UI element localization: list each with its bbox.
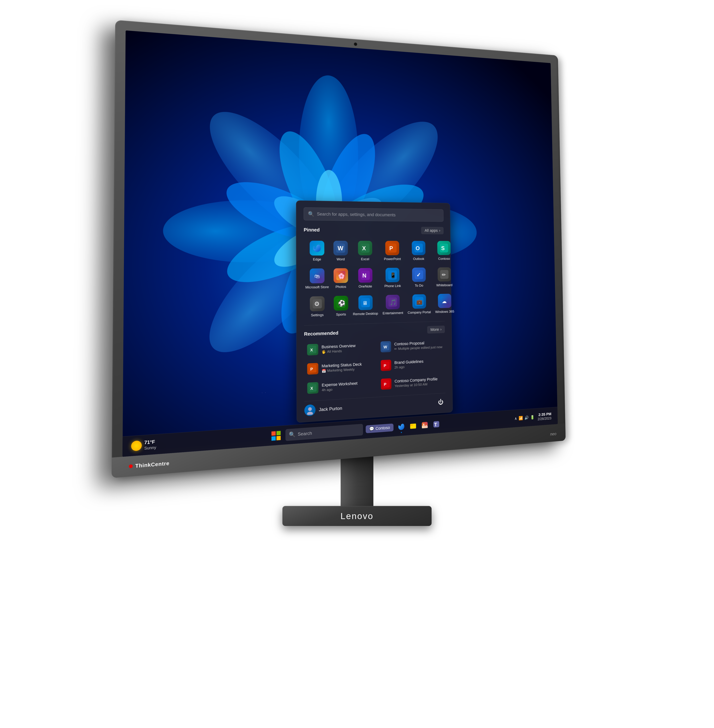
pinned-app-onenote[interactable]: N OneNote xyxy=(351,265,380,291)
svg-text:T: T xyxy=(434,422,437,427)
start-search-bar[interactable]: 🔍 Search for apps, settings, and documen… xyxy=(303,207,443,222)
rec-item-business-overview[interactable]: X Business Overview 🖐 All Hands xyxy=(304,339,375,358)
pinned-app-remotedesktop[interactable]: 🖥 Remote Desktop xyxy=(351,293,380,319)
pinned-app-entertainment[interactable]: 🎵 Entertainment xyxy=(381,292,405,318)
weather-widget[interactable]: 71°F Sunny xyxy=(131,438,156,452)
volume-icon[interactable]: 🔊 xyxy=(524,415,529,420)
user-avatar xyxy=(304,404,315,416)
chevron-up-icon[interactable]: ∧ xyxy=(514,416,517,421)
word-icon: W xyxy=(333,241,348,255)
rec-excel-icon-2: X xyxy=(307,382,318,394)
pinned-app-companyportal[interactable]: 💼 Company Portal xyxy=(406,291,432,317)
svg-text:🎵: 🎵 xyxy=(390,299,397,306)
calendar-icon: 📅 xyxy=(322,369,326,373)
svg-text:🌸: 🌸 xyxy=(338,273,345,279)
pinned-app-contoso[interactable]: S Contoso xyxy=(433,239,455,263)
pinned-app-excel[interactable]: X Excel xyxy=(351,238,379,264)
pinned-app-phonelink[interactable]: 📱 Phone Link xyxy=(381,265,404,291)
svg-text:⚽: ⚽ xyxy=(338,300,345,307)
recommended-title: Recommended xyxy=(304,330,339,337)
teams-chat-pill[interactable]: 💬 Contoso xyxy=(366,423,394,433)
pinned-app-todo[interactable]: ✓ To Do xyxy=(406,265,432,290)
taskbar-files[interactable] xyxy=(408,420,418,432)
svg-text:✓: ✓ xyxy=(416,272,421,278)
contoso-icon: S xyxy=(437,241,451,255)
pinned-app-sports[interactable]: ⚽ Sports xyxy=(332,293,350,319)
svg-text:X: X xyxy=(310,386,313,391)
battery-icon: 🔋 xyxy=(530,415,535,420)
rec-item-brand[interactable]: P Brand Guidelines 2h ago xyxy=(378,355,446,374)
pinned-app-photos[interactable]: 🌸 Photos xyxy=(332,266,350,291)
all-apps-button[interactable]: All apps › xyxy=(421,227,444,234)
word-label: Word xyxy=(337,257,345,261)
powerpoint-icon: P xyxy=(386,241,399,255)
edge-label: Edge xyxy=(313,257,321,261)
sports-icon: ⚽ xyxy=(334,296,348,311)
system-clock[interactable]: 2:35 PM 2/28/2023 xyxy=(537,412,552,421)
onenote-label: OneNote xyxy=(358,284,372,288)
weather-condition: Sunny xyxy=(144,445,156,451)
taskbar-teams[interactable]: T xyxy=(431,419,442,430)
more-label: More xyxy=(430,327,439,332)
wallpaper: 🔍 Search for apps, settings, and documen… xyxy=(123,30,558,457)
pinned-app-settings[interactable]: ⚙ Settings xyxy=(304,293,330,320)
pinned-apps-grid: Edge W Word X xyxy=(304,238,445,320)
taskbar-edge[interactable] xyxy=(396,421,406,432)
windows-start-button[interactable] xyxy=(270,429,283,443)
recommended-grid: X Business Overview 🖐 All Hands xyxy=(304,336,446,397)
remotedesktop-icon: 🖥 xyxy=(358,295,373,310)
pinned-app-powerpoint[interactable]: P PowerPoint xyxy=(381,238,404,264)
svg-text:W: W xyxy=(338,245,344,252)
taskbar-photos[interactable] xyxy=(420,419,430,431)
stand-base-wrapper: Lenovo xyxy=(282,506,432,526)
chevron-right-icon-2: › xyxy=(440,327,441,332)
search-icon: 🔍 xyxy=(308,211,314,217)
more-button[interactable]: More › xyxy=(427,326,445,333)
pinned-app-word[interactable]: W Word xyxy=(332,238,350,264)
rec-info-contoso-profile: Contoso Company Profile Yesterday at 10:… xyxy=(394,376,443,388)
svg-text:W: W xyxy=(384,345,387,350)
rec-excel-icon: X xyxy=(307,344,318,356)
settings-label: Settings xyxy=(311,313,324,317)
camera xyxy=(354,42,357,46)
pinned-app-msstore[interactable]: 🛍 Microsoft Store xyxy=(304,266,330,292)
remotedesktop-label: Remote Desktop xyxy=(353,311,378,316)
rec-item-contoso-proposal[interactable]: W Contoso Proposal ✏ Multiple people edi… xyxy=(378,336,445,355)
svg-rect-76 xyxy=(272,436,276,441)
rec-item-marketing[interactable]: P Marketing Status Deck 📅 Marketing Week… xyxy=(304,358,375,377)
user-profile[interactable]: Jack Purton xyxy=(304,402,342,416)
pinned-app-windows365[interactable]: ☁ Windows 365 xyxy=(434,291,456,317)
pinned-app-edge[interactable]: Edge xyxy=(304,238,330,264)
screen-area: 🔍 Search for apps, settings, and documen… xyxy=(123,30,558,457)
svg-text:✏: ✏ xyxy=(442,272,446,278)
powerpoint-label: PowerPoint xyxy=(384,257,401,261)
start-footer: Jack Purton ⏻ xyxy=(304,393,446,416)
phonelink-icon: 📱 xyxy=(386,268,400,282)
hands-icon: 🖐 xyxy=(321,350,326,354)
teams-label: Contoso xyxy=(375,425,390,431)
rec-item-contoso-profile[interactable]: P Contoso Company Profile Yesterday at 1… xyxy=(378,373,446,393)
clock-date: 2/28/2023 xyxy=(538,416,552,421)
onenote-icon: N xyxy=(358,268,372,283)
svg-text:N: N xyxy=(362,272,366,279)
user-name: Jack Purton xyxy=(319,406,342,413)
svg-text:☁: ☁ xyxy=(442,299,447,304)
pinned-app-whiteboard[interactable]: ✏ Whiteboard xyxy=(433,265,455,290)
lenovo-brand: Lenovo xyxy=(340,511,374,521)
svg-point-73 xyxy=(307,411,313,415)
power-button[interactable]: ⏻ xyxy=(436,396,446,408)
svg-text:🛍: 🛍 xyxy=(314,273,320,279)
taskbar-left: 71°F Sunny xyxy=(131,438,156,452)
scene: 🔍 Search for apps, settings, and documen… xyxy=(66,36,648,692)
taskbar-search-bar[interactable]: 🔍 Search xyxy=(285,424,363,441)
monitor-stand-neck xyxy=(340,455,374,506)
rec-item-expense[interactable]: X Expense Worksheet 4h ago xyxy=(304,377,376,397)
pinned-app-outlook[interactable]: O Outlook xyxy=(406,239,432,263)
wifi-icon[interactable]: 📶 xyxy=(519,416,523,420)
msstore-label: Microsoft Store xyxy=(305,285,329,290)
whiteboard-icon: ✏ xyxy=(438,267,451,282)
svg-text:📱: 📱 xyxy=(390,272,396,279)
svg-text:P: P xyxy=(384,382,386,387)
svg-point-72 xyxy=(308,407,312,411)
svg-text:S: S xyxy=(441,245,444,251)
